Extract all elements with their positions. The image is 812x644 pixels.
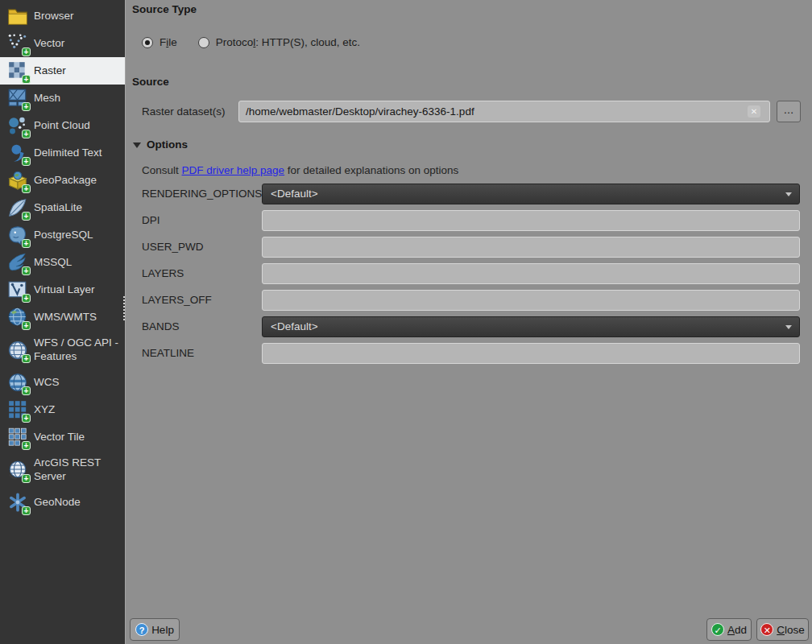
question-icon: ? bbox=[135, 623, 148, 636]
sidebar-item-label: GeoNode bbox=[34, 496, 84, 509]
sidebar-item-spatialite[interactable]: + SpatiaLite bbox=[0, 194, 125, 221]
close-button-label: Close bbox=[777, 624, 805, 636]
sidebar-item-browser[interactable]: Browser bbox=[0, 2, 125, 30]
neatline-input[interactable] bbox=[262, 343, 800, 364]
add-badge-icon: + bbox=[22, 102, 31, 111]
bands-select[interactable]: <Default> bbox=[262, 316, 800, 337]
vector-icon: + bbox=[7, 33, 28, 54]
option-label: DPI bbox=[142, 214, 160, 226]
raster-icon: + bbox=[7, 60, 28, 81]
sidebar-item-geopackage[interactable]: + GeoPackage bbox=[0, 167, 125, 194]
sidebar-item-wcs[interactable]: + WCS bbox=[0, 369, 125, 396]
sidebar-item-point-cloud[interactable]: + Point Cloud bbox=[0, 112, 125, 139]
consult-help-text: Consult PDF driver help page for detaile… bbox=[142, 164, 458, 176]
sidebar-item-label: PostgreSQL bbox=[34, 229, 97, 242]
arcgis-globe-icon: + bbox=[7, 460, 28, 481]
sidebar-item-label: SpatiaLite bbox=[34, 201, 85, 214]
help-button[interactable]: ? Help bbox=[130, 618, 180, 641]
sidebar-item-geonode[interactable]: + GeoNode bbox=[0, 489, 125, 516]
option-label: LAYERS bbox=[142, 267, 184, 279]
add-badge-icon: + bbox=[22, 441, 31, 450]
wms-globe-icon: + bbox=[7, 307, 28, 328]
add-badge-icon: + bbox=[22, 157, 31, 166]
option-row-dpi: DPI bbox=[126, 210, 812, 231]
sidebar-item-label: Browser bbox=[34, 10, 77, 23]
sidebar-item-label: Vector Tile bbox=[34, 431, 88, 444]
add-button-label: Add bbox=[727, 624, 747, 636]
sidebar-item-vector-tile[interactable]: + Vector Tile bbox=[0, 423, 125, 451]
options-group-header[interactable]: Options bbox=[133, 138, 188, 151]
layers-input[interactable] bbox=[262, 263, 800, 284]
mssql-icon: + bbox=[7, 252, 28, 273]
data-source-manager-dialog: Browser + Vector bbox=[0, 0, 812, 644]
wcs-globe-icon: + bbox=[7, 372, 28, 393]
sidebar-item-label: WMS/WMTS bbox=[34, 311, 100, 324]
add-badge-icon: + bbox=[22, 474, 31, 483]
option-row-neatline: NEATLINE bbox=[126, 343, 812, 364]
chevron-down-icon bbox=[785, 325, 792, 329]
sidebar-item-label: Mesh bbox=[34, 92, 64, 105]
raster-source-panel: Source Type File Protocol: HTTP(S), clou… bbox=[125, 0, 812, 644]
clear-input-icon[interactable]: ✕ bbox=[748, 105, 760, 118]
sidebar-item-label: WFS / OGC API - Features bbox=[34, 336, 125, 362]
wfs-globe-icon: + bbox=[7, 340, 28, 361]
sidebar-item-wms-wmts[interactable]: + WMS/WMTS bbox=[0, 303, 125, 331]
sidebar-item-vector[interactable]: + Vector bbox=[0, 30, 125, 57]
sidebar-item-label: Delimited Text bbox=[34, 147, 106, 159]
folder-icon bbox=[7, 6, 28, 27]
sidebar-item-xyz[interactable]: + XYZ bbox=[0, 396, 125, 423]
sidebar-item-mssql[interactable]: + MSSQL bbox=[0, 249, 125, 276]
option-row-rendering-options: RENDERING_OPTIONS <Default> bbox=[126, 184, 812, 204]
sidebar-item-arcgis-rest-server[interactable]: + ArcGIS REST Server bbox=[0, 451, 125, 489]
sidebar-item-wfs-ogc-api-features[interactable]: + WFS / OGC API - Features bbox=[0, 331, 125, 369]
sidebar-item-label: GeoPackage bbox=[34, 174, 100, 187]
sidebar-item-delimited-text[interactable]: + Delimited Text bbox=[0, 139, 125, 167]
option-label: USER_PWD bbox=[142, 241, 204, 253]
add-badge-icon: + bbox=[22, 47, 31, 56]
add-badge-icon: + bbox=[22, 321, 31, 330]
sidebar-item-postgresql[interactable]: + PostgreSQL bbox=[0, 221, 125, 249]
protocol-radio[interactable] bbox=[198, 37, 209, 48]
add-badge-icon: + bbox=[22, 386, 31, 395]
option-row-bands: BANDS <Default> bbox=[126, 316, 812, 337]
sidebar-item-label: Virtual Layer bbox=[34, 283, 98, 296]
sidebar-item-raster[interactable]: + Raster bbox=[0, 57, 125, 85]
browse-button[interactable]: … bbox=[777, 101, 801, 122]
close-button[interactable]: ✕ Close bbox=[756, 618, 809, 641]
dataset-label: Raster dataset(s) bbox=[142, 105, 226, 118]
vector-tile-icon: + bbox=[7, 427, 28, 448]
rendering-options-select[interactable]: <Default> bbox=[262, 184, 800, 204]
virtual-layer-icon: + bbox=[7, 279, 28, 300]
sidebar-item-mesh[interactable]: + Mesh bbox=[0, 85, 125, 112]
file-radio-label: File bbox=[160, 36, 177, 48]
chevron-down-icon bbox=[785, 192, 792, 196]
dataset-path-input[interactable] bbox=[238, 101, 770, 122]
add-badge-icon: + bbox=[22, 184, 31, 193]
delimited-text-icon: + bbox=[7, 142, 28, 163]
file-radio[interactable] bbox=[142, 37, 153, 48]
layers-off-input[interactable] bbox=[262, 290, 800, 311]
add-button[interactable]: ✓ Add bbox=[706, 618, 752, 641]
option-row-user-pwd: USER_PWD bbox=[126, 237, 812, 258]
option-label: BANDS bbox=[142, 320, 180, 332]
option-label: LAYERS_OFF bbox=[142, 294, 212, 306]
add-badge-icon: + bbox=[22, 212, 31, 221]
option-row-layers: LAYERS bbox=[126, 263, 812, 284]
pdf-driver-help-link[interactable]: PDF driver help page bbox=[182, 164, 285, 176]
add-badge-icon: + bbox=[22, 294, 31, 303]
point-cloud-icon: + bbox=[7, 115, 28, 136]
mesh-icon: + bbox=[7, 88, 28, 109]
sidebar-item-virtual-layer[interactable]: + Virtual Layer bbox=[0, 276, 125, 303]
dpi-input[interactable] bbox=[262, 210, 800, 231]
option-row-layers-off: LAYERS_OFF bbox=[126, 290, 812, 311]
geopackage-icon: + bbox=[7, 170, 28, 191]
spatialite-icon: + bbox=[7, 197, 28, 218]
user-pwd-input[interactable] bbox=[262, 237, 800, 258]
xyz-grid-icon: + bbox=[7, 399, 28, 420]
option-label: NEATLINE bbox=[142, 347, 194, 359]
source-header: Source bbox=[132, 76, 169, 88]
source-type-header: Source Type bbox=[132, 3, 197, 15]
sidebar-item-label: MSSQL bbox=[34, 256, 75, 269]
add-badge-icon: + bbox=[22, 354, 31, 363]
add-badge-icon: + bbox=[22, 130, 31, 138]
